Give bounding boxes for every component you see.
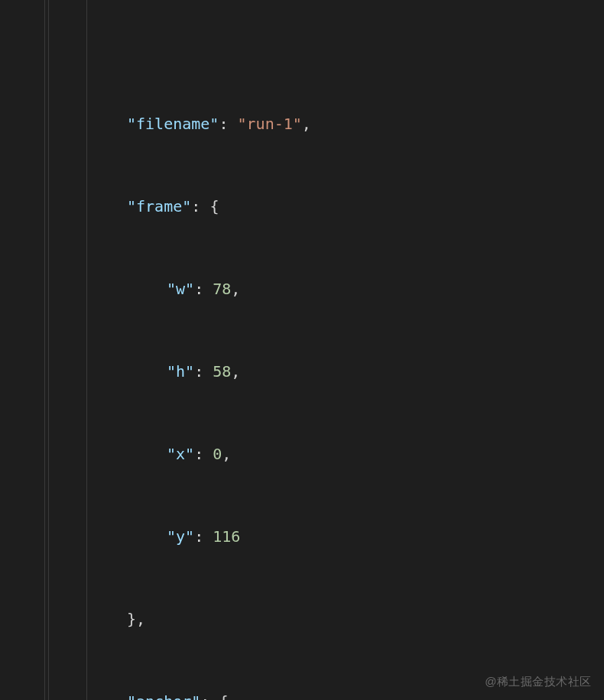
code-line: "h": 58, <box>0 358 604 385</box>
code-line: "anchor": { <box>0 688 604 700</box>
code-content: "filename": "run-1", "frame": { "w": 78,… <box>0 0 604 700</box>
json-key: "frame" <box>127 197 191 216</box>
code-line: "filename": "run-1", <box>0 110 604 138</box>
json-key: "filename" <box>127 115 219 133</box>
code-line: }, <box>0 605 604 633</box>
json-string: "run-1" <box>238 115 302 133</box>
code-line: "y": 116 <box>0 523 604 550</box>
code-line: "w": 78, <box>0 275 604 303</box>
json-key: "anchor" <box>127 692 200 700</box>
code-editor[interactable]: "filename": "run-1", "frame": { "w": 78,… <box>0 0 604 700</box>
code-line: "x": 0, <box>0 440 604 468</box>
code-line: "frame": { <box>0 193 604 220</box>
